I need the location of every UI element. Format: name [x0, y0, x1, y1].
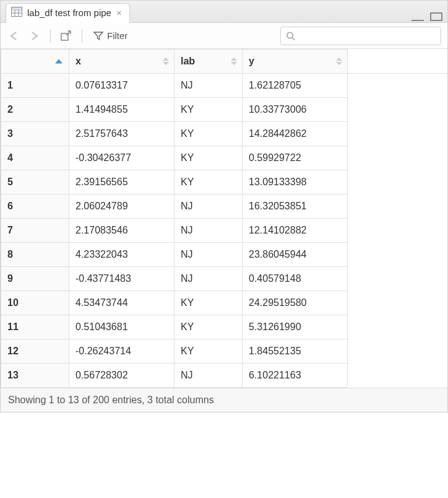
sort-asc-icon	[55, 59, 62, 64]
filter-label: Filter	[107, 30, 127, 41]
cell-y[interactable]: 1.84552135	[243, 339, 348, 364]
cell-empty	[348, 146, 448, 170]
cell-empty	[348, 74, 448, 98]
row-number: 9	[1, 267, 69, 291]
row-number: 1	[1, 74, 69, 98]
cell-x[interactable]: 2.39156565	[69, 170, 174, 194]
cell-y[interactable]: 0.59929722	[243, 146, 348, 170]
cell-empty	[348, 122, 448, 146]
cell-x[interactable]: 2.51757643	[69, 122, 174, 146]
table-row[interactable]: 9-0.43771483NJ0.40579148	[1, 267, 448, 291]
data-grid[interactable]: x lab y 10.07613317NJ1.6212870521.414948…	[1, 49, 447, 388]
cell-lab[interactable]: NJ	[174, 364, 243, 388]
col-header-rownum[interactable]	[1, 50, 69, 74]
row-number: 7	[1, 219, 69, 243]
funnel-icon	[93, 31, 103, 41]
table-row[interactable]: 10.07613317NJ1.62128705	[1, 74, 448, 98]
table-row[interactable]: 21.41494855KY10.33773006	[1, 98, 448, 122]
cell-x[interactable]: -0.43771483	[69, 267, 174, 291]
table-row[interactable]: 62.06024789NJ16.32053851	[1, 194, 448, 219]
table-row[interactable]: 110.51043681KY5.31261990	[1, 315, 448, 339]
svg-line-9	[292, 37, 295, 40]
cell-y[interactable]: 6.10221163	[243, 364, 348, 388]
tab-bar: lab_df test from pipe ×	[1, 1, 447, 23]
cell-y[interactable]: 14.28442862	[243, 122, 348, 146]
cell-x[interactable]: -0.26243714	[69, 339, 174, 364]
row-number: 10	[1, 291, 69, 315]
cell-empty	[348, 194, 448, 219]
minimize-icon[interactable]	[411, 17, 424, 21]
cell-empty	[348, 219, 448, 243]
toolbar: Filter	[1, 23, 447, 49]
maximize-icon[interactable]	[430, 12, 442, 21]
table-row[interactable]: 4-0.30426377KY0.59929722	[1, 146, 448, 170]
status-text: Showing 1 to 13 of 200 entries, 3 total …	[8, 395, 214, 405]
cell-empty	[348, 364, 448, 388]
cell-x[interactable]: 1.41494855	[69, 98, 174, 122]
cell-x[interactable]: 4.23322043	[69, 243, 174, 267]
cell-empty	[348, 291, 448, 315]
search-box[interactable]	[280, 27, 441, 45]
tab-close-icon[interactable]: ×	[116, 8, 122, 17]
table-row[interactable]: 52.39156565KY13.09133398	[1, 170, 448, 194]
cell-x[interactable]: 0.51043681	[69, 315, 174, 339]
cell-lab[interactable]: NJ	[174, 219, 243, 243]
cell-y[interactable]: 5.31261990	[243, 315, 348, 339]
cell-y[interactable]: 24.29519580	[243, 291, 348, 315]
row-number: 8	[1, 243, 69, 267]
table-row[interactable]: 32.51757643KY14.28442862	[1, 122, 448, 146]
svg-point-8	[287, 32, 293, 38]
row-number: 5	[1, 170, 69, 194]
cell-y[interactable]: 13.09133398	[243, 170, 348, 194]
table-row[interactable]: 72.17083546NJ12.14102882	[1, 219, 448, 243]
popout-button[interactable]	[58, 28, 74, 44]
cell-empty	[348, 315, 448, 339]
table-row[interactable]: 130.56728302NJ6.10221163	[1, 364, 448, 388]
cell-lab[interactable]: KY	[174, 98, 243, 122]
col-header-x[interactable]: x	[69, 50, 174, 74]
cell-x[interactable]: 0.56728302	[69, 364, 174, 388]
col-header-empty	[348, 50, 448, 74]
search-icon	[286, 31, 295, 41]
cell-x[interactable]: 0.07613317	[69, 74, 174, 98]
cell-x[interactable]: 2.17083546	[69, 219, 174, 243]
table-row[interactable]: 84.23322043NJ23.86045944	[1, 243, 448, 267]
col-header-lab[interactable]: lab	[174, 50, 243, 74]
cell-lab[interactable]: KY	[174, 122, 243, 146]
back-button[interactable]	[7, 28, 23, 44]
cell-lab[interactable]: NJ	[174, 74, 243, 98]
table-icon	[11, 7, 22, 19]
cell-x[interactable]: 2.06024789	[69, 194, 174, 219]
row-number: 2	[1, 98, 69, 122]
row-number: 6	[1, 194, 69, 219]
cell-y[interactable]: 0.40579148	[243, 267, 348, 291]
table-row[interactable]: 104.53473744KY24.29519580	[1, 291, 448, 315]
filter-button[interactable]: Filter	[90, 29, 131, 42]
row-number: 12	[1, 339, 69, 364]
cell-y[interactable]: 1.62128705	[243, 74, 348, 98]
cell-lab[interactable]: KY	[174, 291, 243, 315]
cell-lab[interactable]: NJ	[174, 267, 243, 291]
cell-lab[interactable]: KY	[174, 339, 243, 364]
cell-y[interactable]: 12.14102882	[243, 219, 348, 243]
cell-y[interactable]: 16.32053851	[243, 194, 348, 219]
tab-title: lab_df test from pipe	[27, 7, 111, 18]
cell-y[interactable]: 10.33773006	[243, 98, 348, 122]
cell-empty	[348, 339, 448, 364]
cell-lab[interactable]: KY	[174, 315, 243, 339]
search-input[interactable]	[295, 30, 436, 42]
sort-icon	[231, 58, 237, 65]
forward-button[interactable]	[27, 28, 43, 44]
cell-lab[interactable]: NJ	[174, 243, 243, 267]
table-row[interactable]: 12-0.26243714KY1.84552135	[1, 339, 448, 364]
cell-lab[interactable]: NJ	[174, 194, 243, 219]
tab-lab-df[interactable]: lab_df test from pipe ×	[6, 3, 130, 23]
cell-lab[interactable]: KY	[174, 170, 243, 194]
cell-x[interactable]: 4.53473744	[69, 291, 174, 315]
data-viewer-panel: lab_df test from pipe × Filter	[0, 0, 448, 413]
cell-y[interactable]: 23.86045944	[243, 243, 348, 267]
col-header-y[interactable]: y	[243, 50, 348, 74]
cell-x[interactable]: -0.30426377	[69, 146, 174, 170]
cell-empty	[348, 98, 448, 122]
cell-lab[interactable]: KY	[174, 146, 243, 170]
